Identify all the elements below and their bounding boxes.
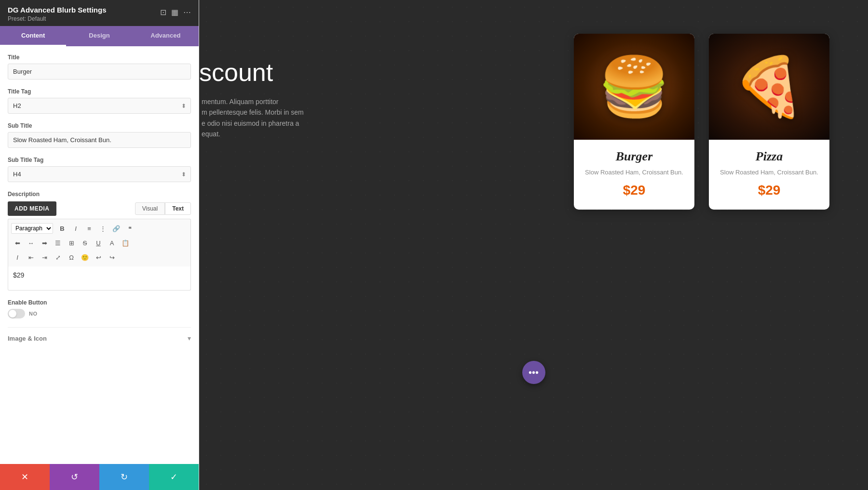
subtitle-field-group: Sub Title	[8, 122, 191, 148]
format-select[interactable]: Paragraph Heading 1 Heading 2	[11, 223, 53, 234]
strikethrough-button[interactable]: S	[79, 237, 91, 249]
pizza-card-body: Pizza Slow Roasted Ham, Croissant Bun. $…	[709, 140, 829, 210]
canvas-body-text: mentum. Aliquam porttitor m pellentesque…	[199, 96, 304, 140]
emoji-button[interactable]: 🙂	[79, 251, 91, 264]
canvas-discount-text: scount	[199, 58, 304, 87]
image-icon-header[interactable]: Image & Icon ▾	[8, 334, 191, 342]
fab-icon: •••	[529, 367, 539, 378]
unordered-list-button[interactable]: ≡	[83, 222, 95, 235]
indent-left-button[interactable]: ⇤	[25, 251, 37, 264]
align-justify-button[interactable]: ☰	[52, 237, 64, 249]
title-tag-select[interactable]: H1 H2 H3 H4 H5 H6 p span	[8, 98, 191, 114]
image-icon-title: Image & Icon	[8, 335, 47, 342]
toolbar-row-3: I ⇤ ⇥ ⤢ Ω 🙂 ↩ ↪	[11, 250, 188, 265]
grid-icon[interactable]: ▦	[171, 8, 178, 17]
title-tag-field-group: Title Tag H1 H2 H3 H4 H5 H6 p span	[8, 88, 191, 114]
floating-action-button[interactable]: •••	[522, 361, 545, 384]
indent-right-button[interactable]: ⇥	[38, 251, 51, 264]
toolbar-row-2: ⬅ ↔ ➡ ☰ ⊞ S U A 📋	[11, 236, 188, 250]
align-center-button[interactable]: ↔	[25, 237, 37, 249]
link-button[interactable]: 🔗	[110, 222, 122, 235]
panel-preset[interactable]: Preset: Default	[8, 15, 106, 22]
title-tag-label: Title Tag	[8, 88, 191, 95]
paste-button[interactable]: 📋	[119, 237, 132, 249]
description-header-row: Description	[8, 191, 191, 198]
enable-button-toggle[interactable]	[8, 309, 25, 318]
undo-button[interactable]: ↩	[92, 251, 105, 264]
image-icon-section: Image & Icon ▾	[8, 327, 191, 342]
food-cards-container: Burger Slow Roasted Ham, Croissant Bun. …	[574, 34, 829, 210]
table-button[interactable]: ⊞	[65, 237, 78, 249]
enable-button-label: Enable Button	[8, 299, 191, 306]
color-button[interactable]: A	[106, 237, 118, 249]
burger-card-body: Burger Slow Roasted Ham, Croissant Bun. …	[574, 140, 694, 210]
bold-button[interactable]: B	[56, 222, 68, 235]
reset-button[interactable]: ↺	[50, 464, 99, 490]
burger-card: Burger Slow Roasted Ham, Croissant Bun. …	[574, 34, 694, 210]
panel-bottom-bar: ✕ ↺ ↻ ✓	[0, 464, 199, 490]
more-options-icon[interactable]: ⋯	[183, 8, 191, 17]
ordered-list-button[interactable]: ⋮	[96, 222, 109, 235]
subtitle-tag-field-group: Sub Title Tag H1 H2 H3 H4 H5 H6 p span	[8, 157, 191, 182]
editor-tab-text[interactable]: Text	[165, 202, 191, 215]
editor-tab-visual[interactable]: Visual	[135, 202, 165, 215]
toolbar-row-1: Paragraph Heading 1 Heading 2 B I ≡ ⋮ 🔗 …	[11, 221, 188, 236]
enable-button-toggle-row: NO	[8, 309, 191, 318]
tab-content[interactable]: Content	[0, 26, 66, 46]
panel-content: Title Title Tag H1 H2 H3 H4 H5 H6 p span	[0, 46, 199, 464]
subtitle-input[interactable]	[8, 132, 191, 148]
subtitle-tag-select-wrapper: H1 H2 H3 H4 H5 H6 p span	[8, 166, 191, 182]
align-left-button[interactable]: ⬅	[11, 237, 24, 249]
description-label: Description	[8, 191, 40, 198]
canvas-area: scount mentum. Aliquam porttitor m pelle…	[199, 0, 868, 490]
blockquote-button[interactable]: ❝	[123, 222, 136, 235]
title-label: Title	[8, 54, 191, 61]
chevron-down-icon: ▾	[188, 334, 191, 342]
pizza-card-title: Pizza	[717, 149, 822, 164]
settings-panel: DG Advanced Blurb Settings Preset: Defau…	[0, 0, 199, 490]
title-input[interactable]	[8, 64, 191, 79]
fullscreen-button[interactable]: ⤢	[52, 251, 64, 264]
pizza-card: Pizza Slow Roasted Ham, Croissant Bun. $…	[709, 34, 829, 210]
canvas-body-line-3: e odio nisi euismod in pharetra a	[202, 118, 304, 129]
pizza-card-subtitle: Slow Roasted Ham, Croissant Bun.	[717, 169, 822, 176]
description-content: $29	[13, 271, 24, 279]
description-field-group: Description ADD MEDIA Visual Text Paragr…	[8, 191, 191, 291]
save-button[interactable]: ✓	[149, 464, 199, 490]
subtitle-label: Sub Title	[8, 122, 191, 129]
canvas-body-line-1: mentum. Aliquam porttitor	[202, 96, 304, 107]
editor-controls-row: ADD MEDIA Visual Text	[8, 201, 191, 216]
editor-mode-tabs: Visual Text	[135, 202, 191, 215]
enable-button-field-group: Enable Button NO	[8, 299, 191, 318]
redo-button[interactable]: ↪	[106, 251, 118, 264]
canvas-partial-text-block: scount mentum. Aliquam porttitor m pelle…	[199, 58, 304, 140]
tab-advanced[interactable]: Advanced	[133, 26, 199, 46]
add-media-button[interactable]: ADD MEDIA	[8, 201, 56, 216]
pizza-card-image	[709, 34, 829, 140]
pizza-card-price: $29	[717, 183, 822, 198]
subtitle-tag-label: Sub Title Tag	[8, 157, 191, 163]
title-field-group: Title	[8, 54, 191, 79]
omega-button[interactable]: Ω	[65, 251, 78, 264]
canvas-body-line-4: equat.	[202, 129, 304, 139]
title-tag-select-wrapper: H1 H2 H3 H4 H5 H6 p span	[8, 98, 191, 114]
subtitle-tag-select[interactable]: H1 H2 H3 H4 H5 H6 p span	[8, 166, 191, 182]
cancel-button[interactable]: ✕	[0, 464, 50, 490]
burger-card-subtitle: Slow Roasted Ham, Croissant Bun.	[582, 169, 687, 176]
redo-history-button[interactable]: ↻	[99, 464, 149, 490]
panel-title-block: DG Advanced Blurb Settings Preset: Defau…	[8, 6, 106, 22]
underline-button[interactable]: U	[92, 237, 105, 249]
focus-icon[interactable]: ⊡	[160, 8, 166, 17]
panel-tabs: Content Design Advanced	[0, 26, 199, 46]
editor-toolbar: Paragraph Heading 1 Heading 2 B I ≡ ⋮ 🔗 …	[8, 219, 191, 266]
burger-card-price: $29	[582, 183, 687, 198]
italic-button[interactable]: I	[69, 222, 82, 235]
panel-header: DG Advanced Blurb Settings Preset: Defau…	[0, 0, 199, 26]
tab-design[interactable]: Design	[66, 26, 132, 46]
burger-card-title: Burger	[582, 149, 687, 164]
description-editor-body[interactable]: $29	[8, 266, 191, 291]
panel-header-icons: ⊡ ▦ ⋯	[160, 8, 191, 17]
italic-alt-button[interactable]: I	[11, 251, 24, 264]
burger-card-image	[574, 34, 694, 140]
align-right-button[interactable]: ➡	[38, 237, 51, 249]
